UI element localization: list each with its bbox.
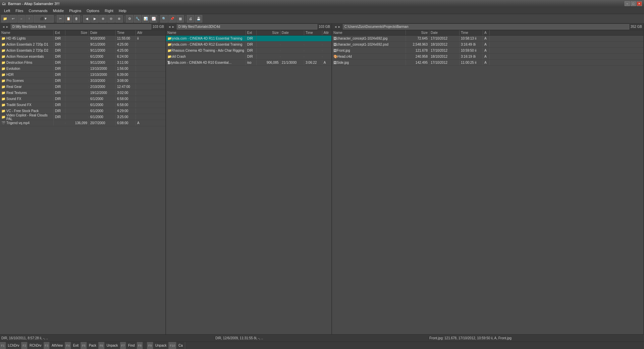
menu-options[interactable]: Options [84,8,102,13]
tb-btn-j[interactable]: 🔍 [160,15,168,22]
left-row-10[interactable]: 📁Sound FX DIR 6/1/2000 6:58:00 [0,96,165,102]
app-icon: 🗂 [2,1,6,6]
left-row-8[interactable]: 📁Real Gear DIR 2/10/2000 12:47:00 [0,84,165,90]
fkey-f10[interactable]: F10 Ca [169,342,185,349]
minimize-button[interactable]: – [625,1,630,6]
right-row-2[interactable]: 🖼Front.jpg 121.678 17/10/2012 10:59:50 i… [332,48,643,54]
fkey-f7[interactable]: F7 Find [120,342,137,349]
close-button[interactable]: ✕ [637,1,642,6]
left-path[interactable]: D:\My files\Stock Bank [11,24,151,30]
fkey-f8[interactable]: F8 [137,342,148,349]
middle-path[interactable]: D:\My files\Tutorials\3D\C4d [177,24,317,30]
maximize-button[interactable]: □ [631,1,636,6]
image-icon: 🖼 [333,49,337,52]
left-row-11[interactable]: 📁Tradiit Sound FX DIR 6/1/2000 6:58:00 [0,102,165,108]
right-size: 352 GB [631,25,642,29]
left-row-0[interactable]: 📁HD 45 Lights DIR 9/10/2000 11:55:00 ii [0,36,165,42]
left-row-6[interactable]: 📁HDR DIR 13/10/2000 6:39:00 [0,72,165,78]
middle-row-2[interactable]: 📁Rhassus Cinema 4D Training - Adv Char R… [166,48,331,54]
tb-btn-1[interactable]: 📁 [1,15,9,22]
right-row-0[interactable]: 🖼character_concept1-1024x692.jpg 72.645 … [332,36,643,42]
tb-btn-l[interactable]: ▦ [176,15,184,22]
left-nav-arrow[interactable]: ◄ [2,25,5,29]
image-icon: 🖼 [333,37,337,40]
tb-btn-e[interactable]: ⊗ [115,15,123,22]
left-row-1[interactable]: 📁Action Essentials 2 720p D1 DIR 9/11/20… [0,42,165,48]
tb-paste[interactable]: 📋 [65,15,72,22]
left-col-attr-header: Attr [136,30,146,35]
folder-icon: 📁 [1,115,5,119]
tb-btn-g[interactable]: 🔧 [134,15,141,22]
tb-btn-m[interactable]: 🖨 [187,15,194,22]
menu-right[interactable]: Right [102,8,116,13]
folder-icon: 📁 [1,37,5,40]
fkey-f9[interactable]: F9 Unpack [147,342,169,349]
left-row-7[interactable]: 📁Pro Scenes DIR 3/10/2000 3:08:00 [0,78,165,84]
left-panel-header: ◄ ► D:\My files\Stock Bank 103 GB [0,23,165,30]
mid-col-time-header: Time [304,30,322,35]
right-col-date-header: Date [429,30,460,35]
left-file-list[interactable]: Name Ext Size Date Time Attr 📁HD 45 Ligh… [0,30,165,334]
right-row-4[interactable]: 🖼Side.jpg 142.495 17/10/2012 11:00:25 ii… [332,60,643,66]
left-row-13[interactable]: 📁Video Copilot - Real Clouds PAL DIR 6/1… [0,114,165,120]
tb-btn-4[interactable]: ↑ [25,15,33,22]
middle-row-0[interactable]: 📁lynda.com - CINEMA 4D R11 Essential Tra… [166,36,331,42]
right-nav-arrow2[interactable]: ► [338,25,341,29]
tb-btn-3[interactable]: → [17,15,25,22]
tb-btn-2[interactable]: ↩ [9,15,17,22]
left-col-ext-header: Ext [54,30,65,35]
tb-btn-d[interactable]: ⊖ [107,15,115,22]
left-row-4[interactable]: 📁Destruction Films DIR 9/11/2000 3:11:00 [0,60,165,66]
menu-plugins[interactable]: Plugins [66,8,84,13]
left-row-2[interactable]: 📁Action Essentials 2 720p D2 DIR 9/11/20… [0,48,165,54]
left-panel: ◄ ► D:\My files\Stock Bank 103 GB Name E… [0,23,166,334]
middle-row-3[interactable]: 📁old Crash DIR [166,54,331,60]
left-row-14[interactable]: 🎬Trigend vq.mp4 136,099 20/7/2000 6:08:0… [0,120,165,126]
tb-btn-i[interactable]: 📈 [150,15,157,22]
left-nav-arrow2[interactable]: ► [6,25,9,29]
left-row-5[interactable]: 📁Evolution DIR 13/10/2000 1:56:00 [0,66,165,72]
middle-file-list[interactable]: Name Ext Size Date Time Attr 📁lynda.com … [166,30,331,334]
toolbar-sep-5 [185,16,185,22]
right-nav-arrow[interactable]: ◄ [334,25,337,29]
tb-btn-k[interactable]: 📌 [168,15,176,22]
right-row-1[interactable]: 🖼character_concept1-1024x692.psd 2,548.9… [332,42,643,48]
middle-row-4[interactable]: 🗜lynda.com - CINEMA 4D R10 Essential... … [166,60,331,66]
middle-panel-body: Name Ext Size Date Time Attr 📁lynda.com … [166,30,331,334]
right-file-list[interactable]: Name Size Date Time A 🖼character_concept… [332,30,643,334]
mid-col-date-header: Date [280,30,304,35]
mid-nav-arrow2[interactable]: ► [172,25,175,29]
fkey-f2[interactable]: F2 RChDrv [21,342,44,349]
folder-icon: 📁 [1,55,5,58]
menu-commands[interactable]: Commands [26,8,50,13]
menu-help[interactable]: Help [116,8,129,13]
tb-btn-a[interactable]: ◀ [83,15,91,22]
fkey-f4[interactable]: F4 Exit [65,342,81,349]
fkey-f6[interactable]: F6 Unpack [99,342,120,349]
tb-btn-h[interactable]: 📊 [142,15,149,22]
tb-btn-5[interactable]: ⬛▼ [34,15,54,22]
middle-row-1[interactable]: 📁lynda.com - CINEMA 4D R12 Essential Tra… [166,42,331,48]
toolbar-sep-1 [55,16,55,22]
tb-delete[interactable]: 🗑 [73,15,80,22]
right-row-3[interactable]: 🎨Head.c4d 240.958 18/10/2012 3:16:19 ði … [332,54,643,60]
tb-btn-f[interactable]: ⚙ [126,15,133,22]
folder-icon: 📁 [1,97,5,101]
left-row-3[interactable]: 📁Action Rescue essentials DIR 6/1/2000 6… [0,54,165,60]
menu-left[interactable]: Left [1,8,13,13]
right-path[interactable]: C:\Users\Zizo\Documents\Projects\Barman [343,24,629,30]
tb-btn-b[interactable]: ▶ [91,15,99,22]
fkey-f5[interactable]: F5 Pack [81,342,99,349]
left-row-9[interactable]: 📁Real Textures DIR 19/12/2000 3:02:00 [0,90,165,96]
tb-btn-n[interactable]: 💾 [195,15,202,22]
mid-col-ext-header: Ext [246,30,257,35]
tb-copy[interactable]: ✂ [57,15,64,22]
menu-files[interactable]: Files [13,8,26,13]
mid-col-name-header: Name [166,30,246,35]
tb-btn-c[interactable]: ⊕ [99,15,107,22]
menu-middle[interactable]: Middle [50,8,66,13]
mid-nav-arrow[interactable]: ◄ [168,25,171,29]
fkey-f3[interactable]: F3 AltView [44,342,65,349]
right-column-headers: Name Size Date Time A [332,30,643,36]
fkey-f1[interactable]: F1 LChDrv [0,342,21,349]
